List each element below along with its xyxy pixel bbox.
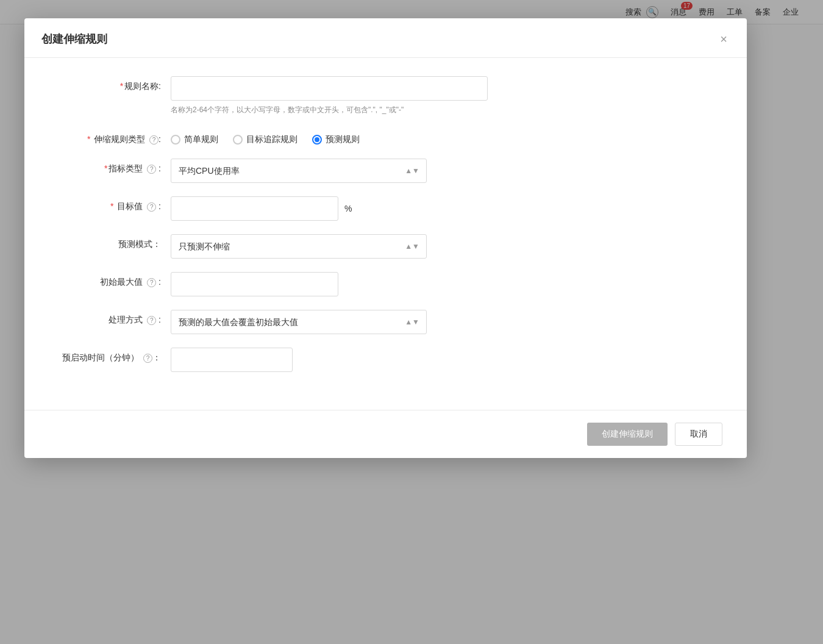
radio-simple[interactable]: 简单规则: [171, 134, 218, 145]
target-value-row: * 目标值 ? : %: [49, 196, 722, 221]
rule-name-input[interactable]: [171, 76, 488, 101]
close-button[interactable]: ×: [718, 30, 730, 48]
handle-method-select-wrapper: 预测的最大值会覆盖初始最大值 预测的最大值不会覆盖初始最大值 ▲▼: [171, 310, 427, 334]
modal-title: 创建伸缩规则: [41, 32, 107, 46]
radio-target-label: 目标追踪规则: [246, 134, 297, 145]
init-max-label: 初始最大值 ? :: [49, 272, 171, 288]
modal-body: *规则名称: 名称为2-64个字符，以大小写字母，数字或中文开头，可包含".",…: [24, 58, 747, 410]
rule-type-help-icon[interactable]: ?: [149, 135, 159, 145]
target-value-input[interactable]: [171, 196, 338, 221]
radio-simple-circle: [171, 135, 180, 145]
radio-simple-label: 简单规则: [184, 134, 218, 145]
predict-mode-select[interactable]: 只预测不伸缩 预测并伸缩: [171, 234, 427, 259]
init-max-row: 初始最大值 ? :: [49, 272, 722, 296]
create-rule-modal: 创建伸缩规则 × *规则名称: 名称为2-64个字符，以大小写字母，数字或中文开…: [24, 18, 747, 458]
target-value-help-icon[interactable]: ?: [147, 202, 156, 212]
radio-target[interactable]: 目标追踪规则: [233, 134, 297, 145]
predict-mode-select-wrapper: 只预测不伸缩 预测并伸缩 ▲▼: [171, 234, 427, 259]
prestart-time-input[interactable]: [171, 348, 293, 372]
rule-name-row: *规则名称: 名称为2-64个字符，以大小写字母，数字或中文开头，可包含".",…: [49, 76, 722, 116]
submit-button[interactable]: 创建伸缩规则: [587, 423, 668, 446]
metric-type-row: *指标类型 ? : 平均CPU使用率 平均内存使用率 ▲▼: [49, 159, 722, 183]
rule-type-radio-group: 简单规则 目标追踪规则 预测规则: [171, 129, 488, 145]
radio-predict-circle: [312, 135, 322, 145]
handle-method-label: 处理方式 ? :: [49, 310, 171, 326]
radio-predict-label: 预测规则: [326, 134, 360, 145]
modal-footer: 创建伸缩规则 取消: [24, 410, 747, 458]
metric-type-help-icon[interactable]: ?: [147, 165, 156, 174]
rule-name-control: 名称为2-64个字符，以大小写字母，数字或中文开头，可包含".", "_"或"-…: [171, 76, 488, 116]
modal-header: 创建伸缩规则 ×: [24, 18, 747, 58]
target-value-input-row: %: [171, 196, 488, 221]
init-max-help-icon[interactable]: ?: [147, 278, 156, 287]
cancel-button[interactable]: 取消: [675, 423, 722, 446]
handle-method-control: 预测的最大值会覆盖初始最大值 预测的最大值不会覆盖初始最大值 ▲▼: [171, 310, 488, 334]
predict-mode-row: 预测模式： 只预测不伸缩 预测并伸缩 ▲▼: [49, 234, 722, 259]
percent-label: %: [344, 204, 352, 213]
metric-type-select[interactable]: 平均CPU使用率 平均内存使用率: [171, 159, 427, 183]
predict-mode-label: 预测模式：: [49, 234, 171, 250]
handle-method-select[interactable]: 预测的最大值会覆盖初始最大值 预测的最大值不会覆盖初始最大值: [171, 310, 427, 334]
rule-name-hint: 名称为2-64个字符，以大小写字母，数字或中文开头，可包含".", "_"或"-…: [171, 104, 488, 116]
radio-predict[interactable]: 预测规则: [312, 134, 360, 145]
init-max-control: [171, 272, 488, 296]
rule-type-control: 简单规则 目标追踪规则 预测规则: [171, 129, 488, 145]
rule-type-row: * 伸缩规则类型 ?: 简单规则 目标追踪规则 预测规则: [49, 129, 722, 145]
metric-type-select-wrapper: 平均CPU使用率 平均内存使用率 ▲▼: [171, 159, 427, 183]
prestart-time-control: [171, 348, 488, 372]
handle-method-row: 处理方式 ? : 预测的最大值会覆盖初始最大值 预测的最大值不会覆盖初始最大值 …: [49, 310, 722, 334]
predict-mode-control: 只预测不伸缩 预测并伸缩 ▲▼: [171, 234, 488, 259]
radio-target-circle: [233, 135, 243, 145]
target-value-control: %: [171, 196, 488, 221]
metric-type-label: *指标类型 ? :: [49, 159, 171, 174]
init-max-input[interactable]: [171, 272, 338, 296]
rule-name-label: *规则名称:: [49, 76, 171, 92]
handle-method-help-icon[interactable]: ?: [147, 316, 156, 325]
prestart-time-row: 预启动时间（分钟） ?：: [49, 348, 722, 372]
rule-type-label: * 伸缩规则类型 ?:: [49, 129, 171, 145]
prestart-time-help-icon[interactable]: ?: [143, 354, 152, 363]
metric-type-control: 平均CPU使用率 平均内存使用率 ▲▼: [171, 159, 488, 183]
target-value-label: * 目标值 ? :: [49, 196, 171, 212]
prestart-time-label: 预启动时间（分钟） ?：: [49, 348, 171, 363]
